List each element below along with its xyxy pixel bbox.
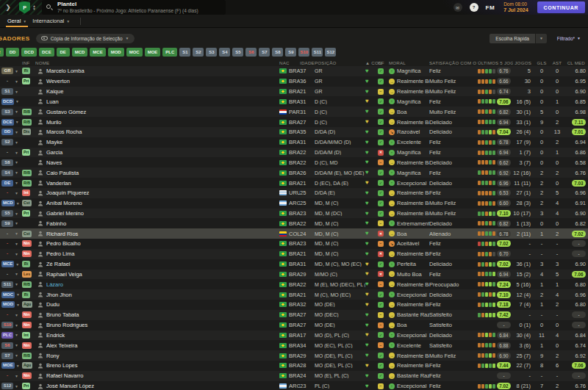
name-cell[interactable]: Richard Ríos bbox=[35, 231, 279, 237]
player-name[interactable]: Aníbal Moreno bbox=[46, 200, 82, 206]
info-badge[interactable]: Dis bbox=[22, 129, 31, 135]
selection-chip[interactable]: - bbox=[1, 240, 13, 247]
player-name[interactable]: José Manuel López bbox=[46, 383, 94, 389]
help-icon[interactable]: ? bbox=[470, 3, 478, 12]
info-badge[interactable]: R/B bbox=[22, 180, 32, 187]
selection-cell[interactable]: -▼ bbox=[0, 240, 22, 247]
filter-chip-mcd[interactable]: MCD bbox=[72, 48, 88, 57]
chevron-down-icon[interactable]: ▼ bbox=[15, 140, 18, 145]
table-row[interactable]: DE▼R/BVanderlanBRA21D (EC), DA (E)♥✓↑Exc… bbox=[0, 178, 588, 188]
selection-chip[interactable]: - bbox=[1, 372, 13, 379]
filter-chip-dcd[interactable]: DCD bbox=[21, 48, 37, 57]
filter-chip-s12[interactable]: S12 bbox=[325, 48, 336, 57]
table-row[interactable]: -▼NinPedro BicalhoBRA23MD, M (C)♥−↘Aceit… bbox=[0, 239, 588, 249]
selection-chip[interactable]: S5 bbox=[1, 210, 13, 217]
selection-chip[interactable]: GR bbox=[1, 68, 13, 74]
player-name[interactable]: Marcelo Lomba bbox=[46, 68, 85, 74]
chevron-down-icon[interactable]: ▼ bbox=[15, 252, 18, 256]
selection-cell[interactable]: -▼ bbox=[0, 189, 22, 196]
info-badge[interactable]: Prt bbox=[22, 210, 30, 217]
chevron-down-icon[interactable]: ▼ bbox=[16, 303, 20, 307]
info-badge[interactable]: R/B bbox=[22, 353, 32, 359]
player-name[interactable]: Pedro Lima bbox=[46, 250, 74, 257]
name-cell[interactable]: Bruno Rodrigues bbox=[35, 322, 279, 328]
selection-chip[interactable]: DE bbox=[1, 180, 13, 187]
table-row[interactable]: S11▼R/BLázaroBRA22M (E), MO (DEC), PL (…… bbox=[0, 279, 588, 289]
page-title-panel[interactable]: Plantel 7º no Brasileirão - Próximo Jogo… bbox=[42, 0, 226, 15]
chevron-down-icon[interactable]: ▼ bbox=[15, 191, 18, 195]
name-cell[interactable]: Garcia bbox=[35, 149, 279, 156]
table-row[interactable]: S8▼NavesBRA22D (C), MD♥−→Realmente BoaDe… bbox=[0, 157, 588, 167]
selection-chip[interactable]: - bbox=[1, 189, 13, 196]
selection-chip[interactable]: PLC bbox=[1, 332, 13, 339]
chevron-down-icon[interactable]: ▼ bbox=[15, 99, 19, 104]
name-cell[interactable]: Lázaro bbox=[35, 281, 279, 288]
info-badge[interactable]: R/B bbox=[22, 281, 32, 288]
info-badge[interactable]: Agu bbox=[22, 301, 32, 308]
chevron-down-icon[interactable]: ▼ bbox=[32, 7, 36, 10]
name-cell[interactable]: Breno Lopes bbox=[35, 362, 279, 369]
player-name[interactable]: Weverton bbox=[46, 78, 70, 84]
player-name[interactable]: Endrick bbox=[46, 332, 65, 339]
club-crest[interactable]: P bbox=[19, 1, 30, 14]
table-row[interactable]: S6▼NinAlex TeixeiraBRA34MO (EC), PL (C)♥… bbox=[0, 340, 588, 350]
selection-cell[interactable]: DCD▼ bbox=[0, 98, 22, 105]
player-name[interactable]: Kaique bbox=[46, 88, 63, 95]
selection-chip[interactable]: S4 bbox=[1, 170, 13, 176]
selection-chip[interactable]: S8 bbox=[1, 159, 13, 166]
name-cell[interactable]: Luan bbox=[35, 98, 279, 105]
player-name[interactable]: Garcia bbox=[46, 149, 62, 156]
player-name[interactable]: Breno Lopes bbox=[46, 362, 78, 369]
selection-cell[interactable]: S6▼ bbox=[0, 342, 22, 349]
info-badge[interactable]: Nin bbox=[22, 240, 32, 247]
filter-chip-s4[interactable]: S4 bbox=[219, 48, 230, 57]
table-row[interactable]: S9▼FabinhoBRA22MD, M (C)♥−↑Extremamente…… bbox=[0, 218, 588, 228]
selection-chip[interactable]: S1 bbox=[1, 88, 13, 95]
name-cell[interactable]: José Manuel López bbox=[35, 383, 279, 389]
filter-chip-plc[interactable]: PLC bbox=[162, 48, 177, 57]
chevron-down-icon[interactable]: ▼ bbox=[16, 364, 20, 368]
quick-pick-button[interactable]: Escolha Rápida bbox=[490, 34, 535, 43]
table-row[interactable]: S5▼PrtGabriel MeninoBRA23MD, M (DC)♥✓→Re… bbox=[0, 209, 588, 219]
info-badge[interactable]: Nin bbox=[22, 250, 32, 257]
chevron-down-icon[interactable]: ▼ bbox=[15, 212, 18, 216]
tab-geral[interactable]: Geral ▼ bbox=[4, 15, 29, 27]
selection-cell[interactable]: MOE▼ bbox=[0, 362, 22, 369]
filter-chip-s1[interactable]: S1 bbox=[179, 48, 190, 57]
table-row[interactable]: DCD▼LuanBRA31D (C)♥✓↑MagníficaFeliz7.061… bbox=[0, 96, 588, 106]
table-row[interactable]: -▼PrtGarciaBRA22D/DA/M (D)♥✕↑MagníficaFe… bbox=[0, 148, 588, 158]
selection-cell[interactable]: PLC▼ bbox=[0, 332, 22, 339]
selection-chip[interactable]: S10 bbox=[1, 322, 13, 328]
selection-cell[interactable]: S2▼ bbox=[0, 139, 22, 145]
table-row[interactable]: DCE▼R/BMuriloBRA27D (C)♥✓→Realmente BoaD… bbox=[0, 117, 588, 127]
table-row[interactable]: DD▼DisMarcos RochaBRA35D/DA (D)♥✓↘Razoáv… bbox=[0, 127, 588, 137]
column-header-ast[interactable]: AST bbox=[549, 60, 565, 65]
info-badge[interactable]: Agu bbox=[22, 362, 32, 369]
column-header-jogos[interactable]: JOGOS bbox=[513, 60, 534, 65]
table-row[interactable]: S10▼NinBruno RodriguesBRA27MO (DE)♥−→Boa… bbox=[0, 320, 588, 331]
name-cell[interactable]: Aníbal Moreno bbox=[35, 200, 279, 206]
selection-cell[interactable]: -▼ bbox=[0, 311, 22, 318]
selection-chip[interactable]: MOD bbox=[1, 301, 15, 308]
selection-cell[interactable]: MCE▼ bbox=[0, 261, 22, 267]
info-badge[interactable]: Int bbox=[22, 189, 30, 196]
chevron-down-icon[interactable]: ▼ bbox=[15, 272, 18, 276]
chevron-down-icon[interactable]: ▼ bbox=[15, 151, 18, 155]
name-cell[interactable]: Murilo bbox=[35, 119, 279, 126]
filter-chip-de[interactable]: DE bbox=[57, 48, 70, 57]
selection-cell[interactable]: S3▼ bbox=[0, 109, 22, 115]
selection-chip[interactable]: S9 bbox=[1, 220, 13, 227]
name-cell[interactable]: Marcelo Lomba bbox=[35, 68, 279, 74]
nav-forward-icon[interactable]: ❯ bbox=[3, 4, 13, 11]
table-row[interactable]: S1▼KaiqueBRA21GR♥−→Realmente BoaMuito Fe… bbox=[0, 87, 588, 97]
table-row[interactable]: -▼CstRichard RíosCOL24MD, M (C)♥✕→BoaAli… bbox=[0, 228, 588, 239]
player-name[interactable]: Marcos Rocha bbox=[46, 129, 82, 135]
info-badge[interactable]: Prt bbox=[22, 383, 30, 389]
table-row[interactable]: S7▼R/BRonyBRA29MO (DE), PL (C)♥✓→Realmen… bbox=[0, 350, 588, 361]
column-header-idade[interactable]: IDADE bbox=[300, 60, 315, 65]
table-row[interactable]: PLC▼IntEndrickBRA17MO (D), PL (C)♥✓↑Exce… bbox=[0, 331, 588, 341]
player-name[interactable]: Luan bbox=[46, 98, 59, 105]
selection-cell[interactable]: DE▼ bbox=[0, 180, 22, 187]
info-badge[interactable]: Cst bbox=[22, 200, 32, 206]
selection-chip[interactable]: MCD bbox=[1, 200, 15, 206]
